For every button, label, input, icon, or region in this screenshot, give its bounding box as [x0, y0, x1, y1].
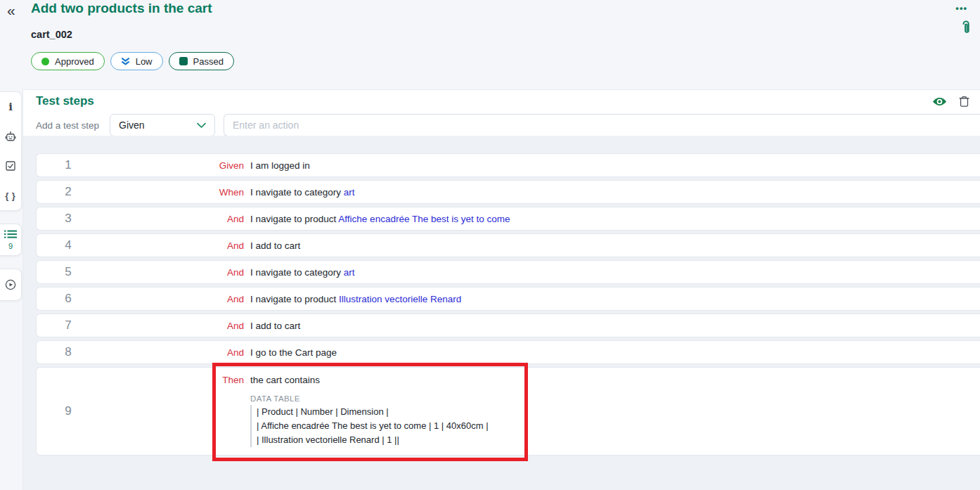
sidebar-group-details: i { } — [0, 91, 22, 211]
step-text: I navigate to product Illustration vecto… — [244, 288, 980, 310]
info-icon[interactable]: i — [0, 92, 21, 122]
braces-icon[interactable]: { } — [0, 181, 21, 210]
step-number: 2 — [37, 181, 100, 203]
add-step-row: Add a test step Given — [36, 113, 980, 137]
test-step-row[interactable]: 3AndI navigate to product Affiche encadr… — [36, 207, 980, 231]
test-step-row[interactable]: 2WhenI navigate to category art — [36, 180, 980, 204]
step-text: the cart containsDATA TABLE| Product | N… — [244, 368, 980, 455]
step-main-line: I navigate to category art — [250, 187, 355, 198]
step-link[interactable]: Illustration vectorielle Renard — [339, 294, 461, 304]
step-number: 5 — [37, 261, 100, 283]
result-badge[interactable]: Passed — [169, 52, 234, 70]
data-table-line: | Affiche encadrée The best is yet to co… — [257, 419, 980, 433]
step-number: 8 — [37, 341, 100, 363]
step-number: 3 — [37, 207, 100, 230]
test-step-row[interactable]: 7AndI add to cart — [36, 314, 980, 337]
sidebar-group-steps: 9 — [0, 224, 22, 256]
step-main-line: I add to cart — [250, 240, 300, 251]
step-keyword: And — [100, 261, 244, 283]
priority-badge[interactable]: Low — [110, 52, 163, 70]
more-options-icon[interactable]: ••• — [951, 2, 972, 14]
step-keyword: Given — [100, 154, 244, 176]
test-step-row[interactable]: 5AndI navigate to category art — [36, 260, 980, 284]
step-text: I go to the Cart page — [244, 341, 980, 363]
step-main-line: I am logged in — [250, 160, 310, 171]
step-number: 9 — [37, 368, 100, 455]
step-keyword: And — [100, 314, 244, 337]
double-chevron-down-icon — [121, 57, 130, 66]
step-keyword: And — [100, 234, 244, 257]
step-text: I add to cart — [244, 234, 980, 257]
step-main-line: I add to cart — [250, 321, 300, 331]
priority-badge-label: Low — [136, 56, 153, 67]
result-badge-label: Passed — [193, 56, 224, 67]
page-title: Add two products in the cart — [31, 1, 212, 16]
status-badge[interactable]: Approved — [31, 52, 105, 70]
step-link[interactable]: Affiche encadrée The best is yet to come — [338, 214, 510, 224]
steps-list: 1GivenI am logged in2WhenI navigate to c… — [23, 136, 980, 490]
data-table-line: | Product | Number | Dimension | — [257, 405, 980, 419]
add-step-label: Add a test step — [36, 120, 110, 131]
robot-icon[interactable] — [0, 122, 21, 151]
step-main-line: I navigate to category art — [250, 267, 355, 278]
data-table-line: | Illustration vectorielle Renard | 1 || — [257, 433, 980, 447]
run-icon[interactable] — [0, 270, 21, 299]
dot-icon — [41, 58, 49, 65]
test-id: cart_002 — [31, 29, 72, 40]
step-main-line: I go to the Cart page — [250, 347, 337, 358]
trash-icon[interactable] — [955, 94, 973, 109]
action-input[interactable] — [224, 114, 980, 136]
test-steps-header: Test steps — [23, 90, 980, 112]
step-keyword: Then — [100, 368, 244, 455]
step-number: 6 — [37, 288, 100, 310]
step-keyword: When — [100, 181, 244, 203]
step-keyword-select[interactable]: Given — [110, 114, 215, 136]
test-steps-panel: Test steps Add a test step Given — [22, 89, 980, 490]
checkbox-icon[interactable] — [0, 151, 21, 181]
test-step-row[interactable]: 6AndI navigate to product Illustration v… — [36, 287, 980, 311]
data-table: DATA TABLE| Product | Number | Dimension… — [250, 394, 980, 447]
eye-icon[interactable] — [929, 95, 950, 108]
test-step-row[interactable]: 1GivenI am logged in — [36, 153, 980, 177]
step-text: I add to cart — [244, 314, 980, 337]
step-link[interactable]: art — [344, 187, 355, 198]
step-number: 1 — [37, 154, 100, 176]
step-main-line: I navigate to product Illustration vecto… — [250, 294, 461, 304]
step-number: 4 — [37, 234, 100, 257]
steps-count-badge: 9 — [8, 242, 13, 250]
step-main-line: the cart contains — [250, 375, 320, 385]
data-table-label: DATA TABLE — [250, 394, 980, 403]
collapse-panel-button[interactable]: « — [6, 1, 17, 19]
step-keyword: And — [100, 207, 244, 230]
step-keyword: And — [100, 288, 244, 310]
badges: Approved Low Passed — [31, 52, 234, 70]
chevron-down-icon — [197, 122, 206, 129]
step-text: I navigate to product Affiche encadrée T… — [244, 207, 980, 230]
step-text: I am logged in — [244, 154, 980, 176]
step-keyword-selected: Given — [119, 120, 145, 131]
test-steps-title: Test steps — [36, 94, 929, 108]
step-keyword: And — [100, 341, 244, 363]
step-text: I navigate to category art — [244, 261, 980, 283]
step-text: I navigate to category art — [244, 181, 980, 203]
step-number: 7 — [37, 314, 100, 337]
data-table-lines: | Product | Number | Dimension || Affich… — [250, 405, 980, 447]
step-main-line: I navigate to product Affiche encadrée T… — [250, 214, 510, 224]
paperclip-icon[interactable] — [958, 18, 974, 39]
status-badge-label: Approved — [55, 56, 94, 67]
steps-list-icon[interactable] — [0, 224, 21, 244]
square-icon — [179, 57, 188, 65]
test-step-row[interactable]: 4AndI add to cart — [36, 233, 980, 257]
test-step-row[interactable]: 9Thenthe cart containsDATA TABLE| Produc… — [36, 367, 980, 456]
step-link[interactable]: art — [344, 267, 355, 278]
sidebar-group-run — [0, 269, 22, 301]
test-step-row[interactable]: 8AndI go to the Cart page — [36, 340, 980, 364]
